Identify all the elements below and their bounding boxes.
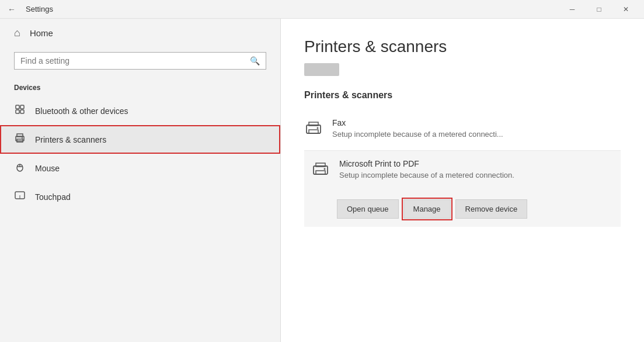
page-title: Printers & scanners [304, 37, 621, 56]
printer-icon [14, 132, 26, 147]
device-pdf-top: Microsoft Print to PDF Setup incomplete … [311, 159, 614, 183]
sidebar-item-bluetooth[interactable]: Bluetooth & other devices [0, 96, 280, 125]
device-item-fax: Fax Setup incomplete because of a metere… [304, 110, 621, 151]
title-bar: ← Settings ─ □ ✕ [0, 0, 644, 19]
minimize-button[interactable]: ─ [559, 0, 586, 19]
bluetooth-icon [14, 103, 26, 118]
device-fax-top: Fax Setup incomplete because of a metere… [304, 118, 621, 142]
manage-button[interactable]: Manage [403, 199, 451, 219]
sidebar-section-title: Devices [0, 79, 280, 96]
svg-rect-2 [16, 110, 19, 113]
svg-point-16 [317, 127, 319, 129]
mouse-icon [14, 161, 26, 175]
pdf-name: Microsoft Print to PDF [339, 159, 514, 168]
section-title: Printers & scanners [304, 90, 621, 101]
fax-icon [304, 119, 323, 142]
svg-rect-1 [20, 105, 24, 109]
sidebar-item-printers[interactable]: Printers & scanners [0, 125, 280, 154]
svg-rect-5 [17, 134, 23, 137]
restore-button[interactable]: □ [586, 0, 612, 19]
sidebar-home-label: Home [30, 28, 53, 38]
search-input[interactable] [20, 56, 245, 65]
touchpad-icon [14, 189, 26, 204]
home-icon: ⌂ [14, 27, 20, 39]
remove-device-button[interactable]: Remove device [455, 199, 528, 219]
content-area: Printers & scanners Printers & scanners [280, 19, 644, 342]
pdf-status: Setup incomplete because of a metered co… [339, 171, 514, 179]
bluetooth-label: Bluetooth & other devices [35, 106, 128, 116]
close-button[interactable]: ✕ [612, 0, 639, 19]
sidebar-item-home[interactable]: ⌂ Home [0, 19, 280, 47]
open-queue-button[interactable]: Open queue [337, 199, 399, 219]
device-list: Fax Setup incomplete because of a metere… [304, 110, 621, 227]
touchpad-label: Touchpad [35, 192, 71, 202]
window-controls: ─ □ ✕ [559, 0, 639, 19]
svg-point-20 [324, 168, 326, 170]
pdf-printer-icon [311, 160, 330, 183]
sidebar-item-touchpad[interactable]: Touchpad [0, 182, 280, 211]
fax-name: Fax [332, 118, 503, 127]
search-box: 🔍 [14, 52, 266, 70]
fax-info: Fax Setup incomplete because of a metere… [332, 118, 503, 139]
sidebar: ⌂ Home 🔍 Devices Bluetooth & other devic… [0, 19, 280, 342]
printers-label: Printers & scanners [35, 135, 106, 144]
device-actions: Open queue Manage Remove device [311, 192, 527, 219]
fax-status: Setup incomplete because of a metered co… [332, 130, 503, 139]
device-item-pdf: Microsoft Print to PDF Setup incomplete … [304, 151, 621, 227]
back-button[interactable]: ← [5, 2, 19, 16]
sidebar-item-mouse[interactable]: Mouse [0, 154, 280, 182]
svg-rect-3 [20, 110, 24, 113]
pdf-info: Microsoft Print to PDF Setup incomplete … [339, 159, 514, 179]
search-icon: 🔍 [250, 56, 260, 65]
svg-point-7 [22, 137, 23, 139]
window-title: Settings [26, 5, 559, 13]
mouse-label: Mouse [35, 164, 60, 173]
svg-rect-0 [16, 105, 19, 109]
main-layout: ⌂ Home 🔍 Devices Bluetooth & other devic… [0, 19, 644, 342]
add-button-placeholder[interactable] [304, 63, 339, 76]
